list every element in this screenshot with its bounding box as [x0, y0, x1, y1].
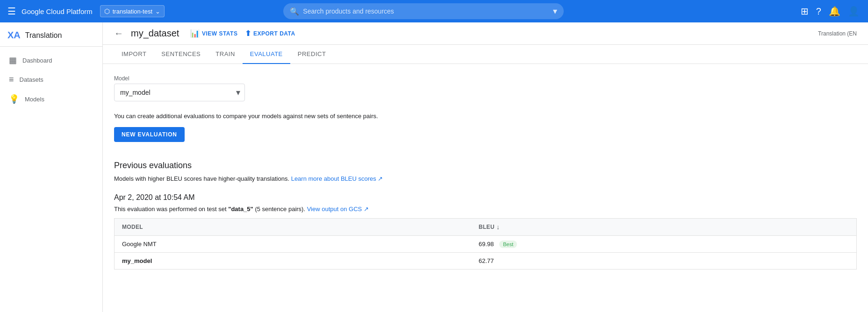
notifications-icon-button[interactable]: 🔔 — [826, 3, 843, 20]
top-navigation: ☰ Google Cloud Platform ⬡ translation-te… — [0, 0, 868, 22]
dashboard-icon: ▦ — [9, 55, 17, 65]
view-output-gcs-link[interactable]: View output on GCS ↗ — [307, 206, 369, 213]
row-2-model: my_model — [115, 253, 472, 269]
evaluation-entry: Apr 2, 2020 at 10:54 AM This evaluation … — [114, 193, 857, 269]
bleu-link-text: Learn more about BLEU scores — [291, 175, 376, 182]
sidebar-item-models[interactable]: 💡 Models — [0, 89, 102, 109]
grid-icon-button[interactable]: ⊞ — [798, 3, 811, 20]
stats-icon: 📊 — [190, 29, 200, 38]
search-icon: 🔍 — [290, 7, 299, 16]
evaluation-date: Apr 2, 2020 at 10:54 AM — [114, 193, 857, 202]
row-2-bleu: 62.77 — [471, 253, 857, 269]
page-header: ← my_dataset 📊 VIEW STATS ⬆ EXPORT DATA … — [103, 22, 868, 45]
header-actions: 📊 VIEW STATS ⬆ EXPORT DATA — [190, 29, 295, 38]
back-button[interactable]: ← — [114, 28, 123, 39]
test-set-pre: This evaluation was performed on test se… — [114, 206, 228, 213]
bleu-learn-more-link[interactable]: Learn more about BLEU scores ↗ — [291, 175, 383, 182]
sidebar-item-label-datasets: Datasets — [20, 76, 43, 83]
model-select[interactable]: my_model other_model — [114, 84, 245, 101]
test-set-post: (5 sentence pairs). — [253, 206, 305, 213]
tabs: IMPORT SENTENCES TRAIN EVALUATE PREDICT — [103, 45, 868, 64]
tab-predict[interactable]: PREDICT — [290, 45, 334, 64]
model-select-wrapper: my_model other_model ▾ — [114, 84, 245, 101]
bleu-value-1: 69.98 — [479, 241, 494, 248]
content-area: Model my_model other_model ▾ You can cre… — [103, 64, 868, 281]
evaluation-test-info: This evaluation was performed on test se… — [114, 206, 857, 213]
external-link-icon-2: ↗ — [364, 206, 369, 213]
model-select-label: Model — [114, 75, 857, 82]
export-data-label: EXPORT DATA — [253, 30, 295, 37]
previous-evaluations-section: Previous evaluations Models with higher … — [114, 161, 857, 269]
col-bleu-sort: BLEU ↓ — [479, 223, 849, 231]
view-stats-label: VIEW STATS — [202, 30, 238, 37]
test-set-name: "data_5" — [228, 206, 253, 213]
project-name: translation-test — [113, 8, 152, 15]
menu-icon[interactable]: ☰ — [6, 4, 18, 19]
col-bleu[interactable]: BLEU ↓ — [471, 219, 857, 236]
row-1-model: Google NMT — [115, 236, 472, 253]
main-content: ← my_dataset 📊 VIEW STATS ⬆ EXPORT DATA … — [103, 22, 868, 312]
previous-evaluations-title: Previous evaluations — [114, 161, 857, 170]
project-chip[interactable]: ⬡ translation-test ⌄ — [100, 5, 165, 17]
sort-down-icon: ↓ — [496, 223, 500, 231]
sidebar-nav: ▦ Dashboard ≡ Datasets 💡 Models — [0, 47, 102, 113]
chevron-down-icon: ⌄ — [155, 8, 160, 15]
view-stats-button[interactable]: 📊 VIEW STATS — [190, 29, 237, 38]
view-output-label: View output on GCS — [307, 206, 362, 213]
sidebar-item-label-dashboard: Dashboard — [22, 57, 52, 64]
row-1-bleu: 69.98 Best — [471, 236, 857, 253]
col-model-label: Model — [122, 224, 143, 230]
best-badge: Best — [499, 241, 517, 248]
export-data-button[interactable]: ⬆ EXPORT DATA — [245, 29, 295, 38]
sidebar-header: XA Translation — [0, 22, 102, 47]
search-dropdown-icon[interactable]: ▾ — [553, 6, 557, 16]
datasets-icon: ≡ — [9, 75, 14, 85]
tab-sentences[interactable]: SENTENCES — [154, 45, 208, 64]
sidebar: XA Translation ▦ Dashboard ≡ Datasets 💡 … — [0, 22, 103, 312]
evaluation-table: Model BLEU ↓ Google NMT — [114, 218, 857, 269]
external-link-icon: ↗ — [378, 175, 383, 182]
nav-icons: ⊞ ? 🔔 👤 — [798, 3, 862, 20]
help-icon-button[interactable]: ? — [813, 3, 824, 20]
translation-logo-icon: XA — [7, 30, 21, 41]
col-model: Model — [115, 219, 472, 236]
sidebar-title: Translation — [25, 31, 62, 40]
tab-import[interactable]: IMPORT — [114, 45, 154, 64]
tab-train[interactable]: TRAIN — [208, 45, 243, 64]
tab-evaluate[interactable]: EVALUATE — [243, 45, 290, 64]
model-select-group: Model my_model other_model ▾ — [114, 75, 857, 101]
search-bar: 🔍 ▾ — [283, 3, 564, 19]
col-bleu-label: BLEU — [479, 224, 495, 230]
brand-logo[interactable]: Google Cloud Platform — [22, 7, 93, 15]
search-input[interactable] — [303, 7, 549, 15]
brand-logo-text: Google Cloud Platform — [22, 7, 93, 15]
model-name-bold: my_model — [122, 257, 152, 264]
export-icon: ⬆ — [245, 29, 251, 38]
page-title: my_dataset — [131, 28, 179, 39]
bleu-info-static: Models with higher BLEU scores have high… — [114, 175, 289, 182]
sidebar-item-dashboard[interactable]: ▦ Dashboard — [0, 50, 102, 70]
models-icon: 💡 — [9, 94, 19, 104]
sidebar-item-label-models: Models — [25, 96, 44, 103]
info-text: You can create additional evaluations to… — [114, 113, 857, 120]
top-right-label: Translation (EN — [818, 30, 857, 37]
project-icon: ⬡ — [104, 7, 110, 15]
table-row: my_model 62.77 — [115, 253, 857, 269]
sidebar-item-datasets[interactable]: ≡ Datasets — [0, 70, 102, 89]
new-evaluation-button[interactable]: NEW EVALUATION — [114, 127, 185, 142]
table-row: Google NMT 69.98 Best — [115, 236, 857, 253]
avatar-button[interactable]: 👤 — [845, 3, 862, 20]
table-header: Model BLEU ↓ — [115, 219, 857, 236]
bleu-info-text: Models with higher BLEU scores have high… — [114, 175, 857, 182]
table-body: Google NMT 69.98 Best my_model 62.77 — [115, 236, 857, 269]
